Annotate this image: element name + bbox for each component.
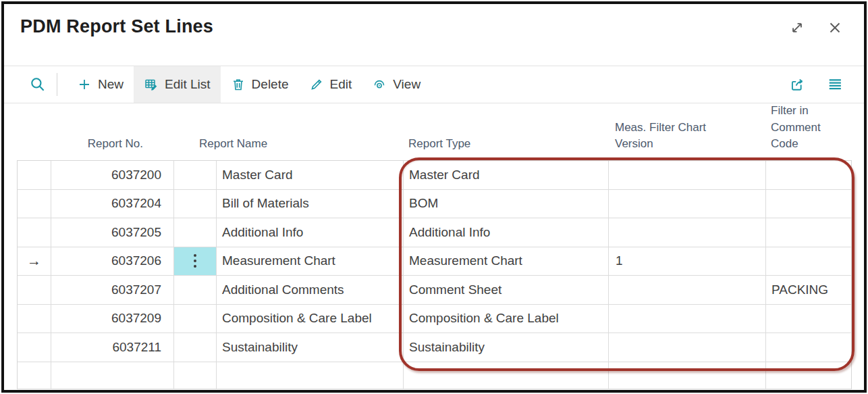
cell-meas-filter-chart-version[interactable] [609, 362, 766, 389]
toolbar-divider [57, 73, 57, 96]
cell-report-name[interactable]: Composition & Care Label [217, 305, 404, 333]
cell-meas-filter-chart-version[interactable] [609, 190, 766, 218]
cell-report-name[interactable]: Additional Info [217, 218, 404, 247]
cell-filter-in-comment-code[interactable] [766, 362, 852, 389]
cell-report-type[interactable]: Additional Info [404, 218, 609, 247]
close-icon [826, 19, 844, 36]
cell-report-no[interactable]: 6037206 [51, 247, 174, 276]
cell-report-type[interactable]: Measurement Chart [404, 247, 609, 276]
row-selector-cell[interactable]: → [18, 247, 51, 276]
row-selector-cell[interactable]: → [18, 362, 51, 389]
delete-button[interactable]: Delete [221, 66, 299, 103]
table-row[interactable]: → 6037207 Additional Comments Comment Sh… [18, 276, 851, 305]
cell-report-name[interactable]: Master Card [217, 161, 404, 189]
eye-icon [372, 77, 387, 92]
page-title: PDM Report Set Lines [20, 16, 213, 37]
row-selector-cell[interactable]: → [18, 333, 51, 362]
table-row[interactable]: → 6037205 Additional Info Additional Inf… [18, 218, 851, 247]
cell-report-no[interactable] [51, 362, 174, 389]
cell-filter-in-comment-code[interactable] [766, 305, 852, 333]
cell-report-no[interactable]: 6037205 [51, 218, 174, 247]
cell-meas-filter-chart-version[interactable] [609, 305, 766, 333]
table-row[interactable]: → 6037211 Sustainability Sustainability [18, 333, 851, 362]
cell-report-name[interactable]: Bill of Materials [217, 190, 404, 218]
list-button[interactable] [825, 74, 845, 95]
trash-icon [231, 77, 246, 92]
header-filter-in-comment-code[interactable]: Filter in Comment Code [765, 103, 852, 160]
row-selector-cell[interactable]: → [18, 161, 51, 189]
table-row[interactable]: → 6037204 Bill of Materials BOM [18, 190, 851, 219]
row-options-button[interactable] [174, 333, 217, 362]
cell-report-type[interactable] [404, 362, 609, 389]
header-report-type[interactable]: Report Type [403, 136, 608, 160]
search-button[interactable] [24, 66, 51, 103]
row-options-button[interactable] [174, 362, 217, 389]
cell-meas-filter-chart-version[interactable]: 1 [609, 247, 766, 276]
share-button[interactable] [787, 74, 807, 95]
pencil-icon [309, 77, 324, 92]
close-button[interactable] [825, 18, 845, 38]
cell-report-name[interactable]: Measurement Chart [217, 247, 404, 276]
cell-filter-in-comment-code[interactable] [766, 218, 852, 247]
header-report-no[interactable]: Report No. [51, 136, 173, 160]
edit-button-label: Edit [330, 77, 352, 92]
list-icon [826, 76, 844, 93]
search-icon [29, 76, 47, 93]
cell-report-no[interactable]: 6037204 [51, 190, 174, 218]
cell-report-type[interactable]: Composition & Care Label [404, 305, 609, 333]
cell-report-type[interactable]: BOM [404, 190, 609, 218]
cell-filter-in-comment-code[interactable] [766, 333, 852, 362]
cell-meas-filter-chart-version[interactable] [609, 218, 766, 247]
cell-meas-filter-chart-version[interactable] [609, 276, 766, 304]
cell-report-type[interactable]: Sustainability [404, 333, 609, 362]
cell-filter-in-comment-code[interactable] [766, 190, 852, 218]
table-edit-icon [144, 77, 159, 92]
row-options-button[interactable] [174, 190, 217, 218]
share-icon [788, 76, 806, 93]
row-selector-cell[interactable]: → [18, 218, 51, 247]
table-row[interactable]: → 6037200 Master Card Master Card [18, 161, 851, 190]
current-row-arrow-icon: → [27, 253, 41, 269]
cell-report-no[interactable]: 6037200 [51, 161, 174, 189]
cell-meas-filter-chart-version[interactable] [609, 161, 766, 189]
header-selector [17, 153, 51, 160]
cell-report-type[interactable]: Master Card [404, 161, 609, 189]
cell-report-name[interactable] [217, 362, 404, 389]
pdm-report-set-lines-dialog: PDM Report Set Lines [0, 0, 868, 394]
cell-filter-in-comment-code[interactable] [766, 247, 852, 276]
row-selector-cell[interactable]: → [18, 305, 51, 333]
cell-meas-filter-chart-version[interactable] [609, 333, 766, 362]
row-options-button[interactable] [174, 218, 217, 247]
cell-filter-in-comment-code[interactable]: PACKING [766, 276, 852, 304]
row-selector-cell[interactable]: → [18, 190, 51, 218]
new-button[interactable]: New [67, 66, 134, 103]
table-row[interactable]: → [18, 362, 851, 389]
row-options-button[interactable] [174, 305, 217, 333]
plus-icon [77, 77, 92, 92]
cell-report-no[interactable]: 6037211 [51, 333, 174, 362]
row-options-button[interactable] [174, 161, 217, 189]
header-meas-filter-chart-version[interactable]: Meas. Filter Chart Version [608, 120, 765, 160]
row-options-button[interactable] [174, 276, 217, 304]
cell-report-name[interactable]: Additional Comments [217, 276, 404, 304]
table-row[interactable]: → 6037209 Composition & Care Label Compo… [18, 305, 851, 334]
cell-report-name[interactable]: Sustainability [217, 333, 404, 362]
row-options-button[interactable] [174, 247, 217, 276]
edit-button[interactable]: Edit [299, 66, 362, 103]
cell-report-no[interactable]: 6037207 [51, 276, 174, 304]
edit-list-button[interactable]: Edit List [134, 66, 221, 103]
toolbar-right [787, 66, 845, 103]
table-row[interactable]: → 6037206 Measurement Chart Measurement … [18, 247, 851, 276]
row-selector-cell[interactable]: → [18, 276, 51, 304]
toolbar: New Edit List Delete [4, 66, 864, 103]
cell-report-type[interactable]: Comment Sheet [404, 276, 609, 304]
view-button[interactable]: View [362, 66, 431, 103]
edit-list-button-label: Edit List [165, 77, 211, 92]
table-body: → 6037200 Master Card Master Card → 6037… [17, 160, 852, 389]
resize-button[interactable] [787, 18, 807, 38]
table-header-row: Report No. Report Name Report Type Meas.… [17, 103, 852, 160]
view-button-label: View [393, 77, 421, 92]
cell-filter-in-comment-code[interactable] [766, 161, 852, 189]
cell-report-no[interactable]: 6037209 [51, 305, 174, 333]
header-report-name[interactable]: Report Name [173, 136, 403, 160]
